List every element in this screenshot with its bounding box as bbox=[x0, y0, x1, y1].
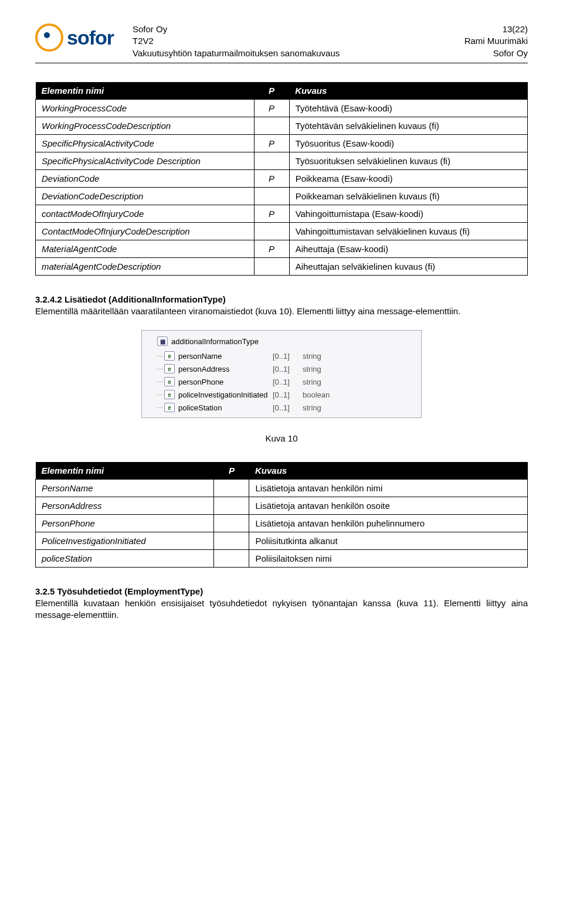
element-icon: e bbox=[164, 351, 175, 361]
th-name: Elementin nimi bbox=[36, 82, 255, 100]
header-version: T2V2 bbox=[133, 35, 459, 47]
th-p: P bbox=[214, 462, 249, 480]
cell-p: P bbox=[254, 99, 289, 117]
cell-desc: Poliisitutkinta alkanut bbox=[249, 532, 528, 550]
tree-datatype: string bbox=[303, 352, 321, 361]
tree-element-row: epersonAddress[0..1]string bbox=[164, 362, 416, 375]
page-header: sofor Sofor Oy T2V2 Vakuutusyhtiön tapat… bbox=[35, 23, 528, 63]
table-row: WorkingProcessCodeDescriptionTyötehtävän… bbox=[36, 117, 528, 134]
table-row: materialAgentCodeDescriptionAiheuttajan … bbox=[36, 257, 528, 275]
cell-name: contactModeOfInjuryCode bbox=[36, 205, 255, 222]
header-company: Sofor Oy bbox=[133, 23, 459, 35]
tree-root-row: ▦ additionalInformationType bbox=[147, 334, 416, 349]
cell-desc: Poikkeama (Esaw-koodi) bbox=[289, 169, 527, 187]
tree-element-row: epoliceInvestigationInitiated[0..1]boole… bbox=[164, 388, 416, 401]
cell-p bbox=[254, 257, 289, 275]
tree-datatype: string bbox=[303, 403, 321, 412]
th-name: Elementin nimi bbox=[36, 462, 214, 480]
cell-name: WorkingProcessCodeDescription bbox=[36, 117, 255, 134]
cell-p: P bbox=[254, 169, 289, 187]
logo: sofor bbox=[35, 23, 114, 52]
tree-cardinality: [0..1] bbox=[273, 378, 299, 386]
cell-p bbox=[214, 550, 249, 568]
cell-name: materialAgentCodeDescription bbox=[36, 257, 255, 275]
th-desc: Kuvaus bbox=[289, 82, 527, 100]
figure-caption-10: Kuva 10 bbox=[35, 433, 528, 443]
table-row: MaterialAgentCodePAiheuttaja (Esaw-koodi… bbox=[36, 240, 528, 257]
cell-name: PersonName bbox=[36, 480, 214, 497]
element-icon: e bbox=[164, 390, 175, 399]
cell-name: PersonPhone bbox=[36, 515, 214, 532]
table-row: PoliceInvestigationInitiatedPoliisitutki… bbox=[36, 532, 528, 550]
cell-desc: Poliisilaitoksen nimi bbox=[249, 550, 528, 568]
author: Rami Muurimäki bbox=[464, 35, 528, 47]
page-number: 13(22) bbox=[464, 23, 528, 35]
cell-name: PersonAddress bbox=[36, 497, 214, 515]
table-row: SpecificPhysicalActivityCodePTyösuoritus… bbox=[36, 134, 528, 152]
table-row: DeviationCodeDescriptionPoikkeaman selvä… bbox=[36, 187, 528, 205]
tree-cardinality: [0..1] bbox=[273, 403, 299, 412]
cell-desc: Lisätietoja antavan henkilön nimi bbox=[249, 480, 528, 497]
tree-datatype: string bbox=[303, 365, 321, 373]
element-icon: e bbox=[164, 377, 175, 386]
tree-cardinality: [0..1] bbox=[273, 365, 299, 373]
cell-name: ContactModeOfInjuryCodeDescription bbox=[36, 222, 255, 240]
cell-p bbox=[214, 497, 249, 515]
element-icon: e bbox=[164, 403, 175, 412]
tree-element-row: epoliceStation[0..1]string bbox=[164, 401, 416, 414]
logo-text: sofor bbox=[67, 26, 114, 49]
cell-desc: Poikkeaman selväkielinen kuvaus (fi) bbox=[289, 187, 527, 205]
cell-desc: Vahingoittumistavan selväkielinen kuvaus… bbox=[289, 222, 527, 240]
tree-datatype: boolean bbox=[303, 390, 330, 399]
cell-name: DeviationCode bbox=[36, 169, 255, 187]
tree-root-label: additionalInformationType bbox=[171, 337, 259, 346]
tree-element-label: personAddress bbox=[178, 365, 269, 373]
cell-desc: Lisätietoja antavan henkilön puhelinnume… bbox=[249, 515, 528, 532]
cell-p: P bbox=[254, 205, 289, 222]
table-row: ContactModeOfInjuryCodeDescriptionVahing… bbox=[36, 222, 528, 240]
cell-name: policeStation bbox=[36, 550, 214, 568]
complex-type-icon: ▦ bbox=[157, 337, 168, 346]
cell-desc: Aiheuttajan selväkielinen kuvaus (fi) bbox=[289, 257, 527, 275]
table-row: contactModeOfInjuryCodePVahingoittumista… bbox=[36, 205, 528, 222]
header-left-block: Sofor Oy T2V2 Vakuutusyhtiön tapaturmail… bbox=[133, 23, 459, 59]
cell-p bbox=[214, 532, 249, 550]
cell-name: WorkingProcessCode bbox=[36, 99, 255, 117]
element-icon: e bbox=[164, 364, 175, 373]
logo-icon bbox=[35, 23, 63, 52]
cell-p bbox=[214, 515, 249, 532]
section-325-title: 3.2.5 Työsuhdetiedot (EmploymentType) bbox=[35, 586, 528, 596]
cell-desc: Työsuorituksen selväkielinen kuvaus (fi) bbox=[289, 152, 527, 169]
table-row: PersonPhoneLisätietoja antavan henkilön … bbox=[36, 515, 528, 532]
tree-element-row: epersonPhone[0..1]string bbox=[164, 375, 416, 388]
table-row: PersonNameLisätietoja antavan henkilön n… bbox=[36, 480, 528, 497]
section-325-body: Elementillä kuvataan henkiön ensisijaise… bbox=[35, 597, 528, 621]
section-3242-body: Elementillä määritellään vaaratilanteen … bbox=[35, 305, 528, 317]
cell-p bbox=[254, 117, 289, 134]
cell-desc: Aiheuttaja (Esaw-koodi) bbox=[289, 240, 527, 257]
cell-name: DeviationCodeDescription bbox=[36, 187, 255, 205]
th-p: P bbox=[254, 82, 289, 100]
tree-cardinality: [0..1] bbox=[273, 390, 299, 399]
cell-p bbox=[254, 187, 289, 205]
cell-p: P bbox=[254, 240, 289, 257]
cell-p bbox=[254, 152, 289, 169]
section-3242-title: 3.2.4.2 Lisätiedot (AdditionalInformatio… bbox=[35, 294, 528, 304]
table-row: WorkingProcessCodePTyötehtävä (Esaw-kood… bbox=[36, 99, 528, 117]
header-doc-title: Vakuutusyhtiön tapaturmailmoituksen sano… bbox=[133, 47, 459, 59]
cell-desc: Vahingoittumistapa (Esaw-koodi) bbox=[289, 205, 527, 222]
cell-name: SpecificPhysicalActivityCode bbox=[36, 134, 255, 152]
table-row: PersonAddressLisätietoja antavan henkilö… bbox=[36, 497, 528, 515]
cell-p: P bbox=[254, 134, 289, 152]
table-row: policeStationPoliisilaitoksen nimi bbox=[36, 550, 528, 568]
th-desc: Kuvaus bbox=[249, 462, 528, 480]
cell-p bbox=[254, 222, 289, 240]
element-table-2: Elementin nimi P Kuvaus PersonNameLisäti… bbox=[35, 462, 528, 568]
tree-element-row: epersonName[0..1]string bbox=[164, 349, 416, 362]
tree-element-label: personPhone bbox=[178, 378, 269, 386]
cell-desc: Työtehtävä (Esaw-koodi) bbox=[289, 99, 527, 117]
tree-element-label: personName bbox=[178, 352, 269, 361]
tree-datatype: string bbox=[303, 378, 321, 386]
element-table-1: Elementin nimi P Kuvaus WorkingProcessCo… bbox=[35, 82, 528, 276]
cell-desc: Lisätietoja antavan henkilön osoite bbox=[249, 497, 528, 515]
